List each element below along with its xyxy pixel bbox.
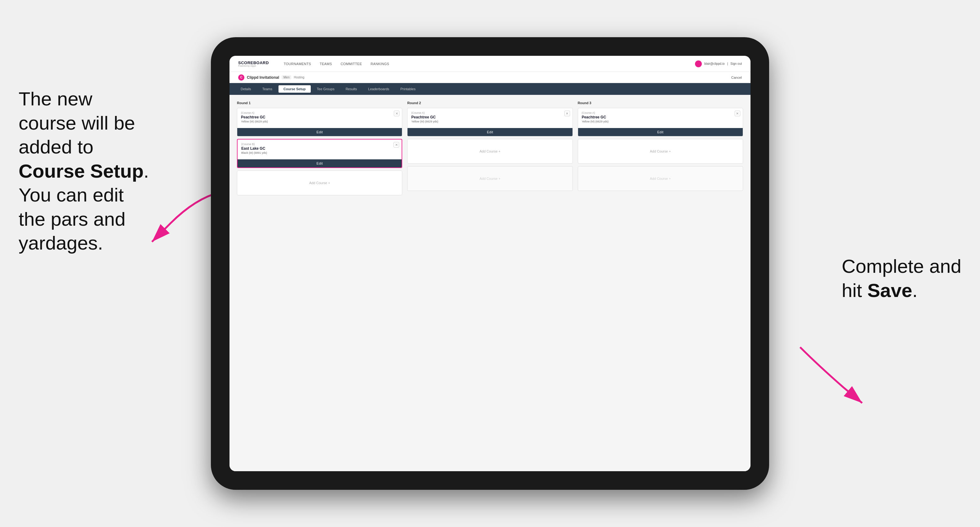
round-3-add-course-extra: Add Course + xyxy=(578,166,743,191)
round-1-course-a-delete[interactable]: ✕ xyxy=(394,111,399,116)
round-3-course-a-delete[interactable]: ✕ xyxy=(735,111,740,116)
logo-main-text: SCOREBOARD xyxy=(238,61,269,65)
tournament-logo: C xyxy=(238,75,244,81)
tab-results[interactable]: Results xyxy=(340,85,362,93)
round-3-add-course-text: Add Course + xyxy=(650,149,671,153)
user-avatar xyxy=(695,60,702,67)
round-1-course-b-name: East Lake GC xyxy=(241,146,398,151)
round-3-course-a-name: Peachtree GC xyxy=(582,115,739,119)
round-2-course-a-edit[interactable]: Edit xyxy=(407,128,572,136)
scoreboard-logo: SCOREBOARD Powered by clippd xyxy=(238,61,269,67)
round-3-course-a-edit[interactable]: Edit xyxy=(578,128,743,136)
tab-teams[interactable]: Teams xyxy=(258,85,277,93)
annotation-right: Complete and hit Save. xyxy=(842,254,961,302)
round-1-course-a-card: (Course A) Peachtree GC Yellow (M) (6629… xyxy=(237,108,402,137)
round-2-course-a-inner: (Course A) Peachtree GC Yellow (M) (6629… xyxy=(407,108,572,128)
round-2-course-a-card: (Course A) Peachtree GC Yellow (M) (6629… xyxy=(407,108,573,137)
round-1-course-b-details: Black (M) (6891 yds) xyxy=(241,151,398,154)
top-nav: SCOREBOARD Powered by clippd TOURNAMENTS… xyxy=(229,56,751,72)
annotation-course-setup: Course Setup xyxy=(19,160,143,182)
tournament-gender: Men xyxy=(282,75,291,79)
main-content: Round 1 (Course A) Peachtree GC Yellow (… xyxy=(229,95,751,471)
round-3-column: Round 3 (Course A) Peachtree GC Yellow (… xyxy=(578,101,743,198)
round-1-course-b-card: (Course B) East Lake GC Black (M) (6891 … xyxy=(237,139,402,168)
nav-teams[interactable]: TEAMS xyxy=(320,62,332,66)
tab-printables[interactable]: Printables xyxy=(395,85,420,93)
round-3-course-a-card: (Course A) Peachtree GC Yellow (M) (6629… xyxy=(578,108,743,137)
round-1-title: Round 1 xyxy=(237,101,402,105)
rounds-grid: Round 1 (Course A) Peachtree GC Yellow (… xyxy=(237,101,743,198)
nav-tournaments[interactable]: TOURNAMENTS xyxy=(284,62,311,66)
round-1-course-b-delete[interactable]: ✕ xyxy=(393,142,399,148)
round-2-course-a-label: (Course A) xyxy=(411,111,568,114)
round-2-add-course-text: Add Course + xyxy=(479,149,501,153)
hosting-badge: Hosting xyxy=(294,76,304,79)
round-2-course-a-delete[interactable]: ✕ xyxy=(565,111,570,116)
sign-out-link[interactable]: Sign out xyxy=(730,62,742,65)
cancel-button[interactable]: Cancel xyxy=(731,76,742,79)
round-3-course-a-inner: (Course A) Peachtree GC Yellow (M) (6629… xyxy=(578,108,743,128)
nav-committee[interactable]: COMMITTEE xyxy=(340,62,362,66)
round-1-course-a-details: Yellow (M) (6629 yds) xyxy=(241,120,398,123)
annotation-left: The new course will be added to Course S… xyxy=(19,87,149,255)
round-2-column: Round 2 (Course A) Peachtree GC Yellow (… xyxy=(407,101,573,198)
round-2-course-a-details: Yellow (M) (6629 yds) xyxy=(411,120,568,123)
round-1-course-a-edit[interactable]: Edit xyxy=(237,128,402,136)
round-1-course-b-inner: (Course B) East Lake GC Black (M) (6891 … xyxy=(237,140,402,159)
round-1-column: Round 1 (Course A) Peachtree GC Yellow (… xyxy=(237,101,402,198)
round-2-add-course-extra: Add Course + xyxy=(407,166,573,191)
tabs-bar: Details Teams Course Setup Tee Groups Re… xyxy=(229,83,751,95)
round-3-add-course[interactable]: Add Course + xyxy=(578,139,743,163)
tab-tee-groups[interactable]: Tee Groups xyxy=(312,85,340,93)
round-1-course-a-label: (Course A) xyxy=(241,111,398,114)
top-nav-right: blair@clippd.io | Sign out xyxy=(695,60,742,67)
round-2-add-course-extra-text: Add Course + xyxy=(479,177,501,181)
annotation-save: Save xyxy=(867,279,912,301)
arrow-right xyxy=(781,341,881,409)
tablet-screen: SCOREBOARD Powered by clippd TOURNAMENTS… xyxy=(229,56,751,471)
tournament-bar: C Clippd Invitational Men Hosting Cancel xyxy=(229,72,751,83)
nav-rankings[interactable]: RANKINGS xyxy=(371,62,389,66)
round-3-course-a-label: (Course A) xyxy=(582,111,739,114)
tournament-title: Clippd Invitational xyxy=(247,75,279,80)
round-1-course-a-inner: (Course A) Peachtree GC Yellow (M) (6629… xyxy=(237,108,402,128)
round-1-add-course[interactable]: Add Course + xyxy=(237,170,402,195)
tab-leaderboards[interactable]: Leaderboards xyxy=(363,85,394,93)
round-2-title: Round 2 xyxy=(407,101,573,105)
tab-course-setup[interactable]: Course Setup xyxy=(278,85,311,93)
tournament-name: C Clippd Invitational Men Hosting xyxy=(238,75,304,81)
tablet-device: SCOREBOARD Powered by clippd TOURNAMENTS… xyxy=(211,37,769,490)
round-2-add-course[interactable]: Add Course + xyxy=(407,139,573,163)
user-email: blair@clippd.io xyxy=(704,62,725,65)
round-3-add-course-extra-text: Add Course + xyxy=(650,177,671,181)
round-1-add-course-text: Add Course + xyxy=(309,181,330,185)
logo-sub-text: Powered by clippd xyxy=(238,65,269,67)
round-1-course-b-label: (Course B) xyxy=(241,143,398,146)
round-1-course-a-name: Peachtree GC xyxy=(241,115,398,119)
round-1-course-b-edit[interactable]: Edit xyxy=(237,159,402,167)
round-3-title: Round 3 xyxy=(578,101,743,105)
pipe-separator: | xyxy=(727,62,728,65)
tab-details[interactable]: Details xyxy=(236,85,256,93)
round-3-course-a-details: Yellow (M) (6629 yds) xyxy=(582,120,739,123)
top-nav-links: TOURNAMENTS TEAMS COMMITTEE RANKINGS xyxy=(284,62,685,66)
round-2-course-a-name: Peachtree GC xyxy=(411,115,568,119)
